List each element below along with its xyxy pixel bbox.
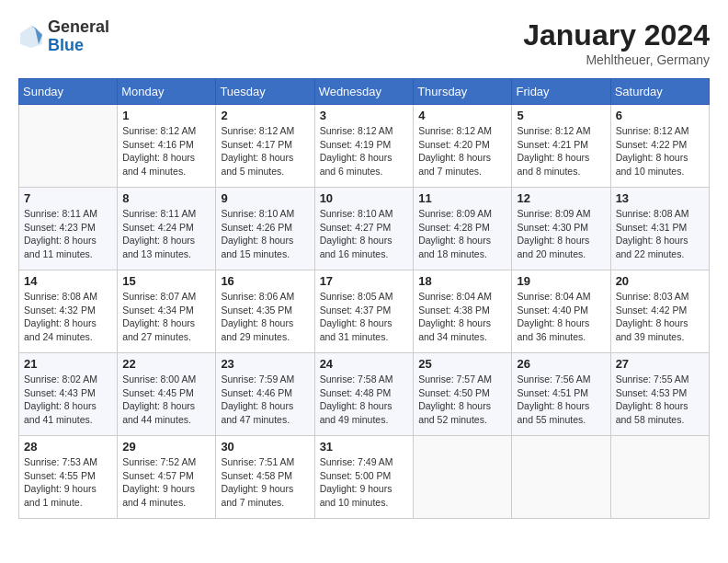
day-info: Sunrise: 8:04 AMSunset: 4:38 PMDaylight:… (418, 290, 506, 344)
calendar-day-cell: 28Sunrise: 7:53 AMSunset: 4:55 PMDayligh… (19, 436, 118, 519)
logo: General Blue (18, 18, 109, 55)
calendar-day-cell: 21Sunrise: 8:02 AMSunset: 4:43 PMDayligh… (19, 353, 118, 436)
day-info: Sunrise: 7:52 AMSunset: 4:57 PMDaylight:… (122, 455, 210, 510)
calendar-day-cell (512, 436, 610, 519)
calendar-day-cell: 13Sunrise: 8:08 AMSunset: 4:31 PMDayligh… (610, 188, 709, 270)
day-info: Sunrise: 8:00 AMSunset: 4:45 PMDaylight:… (122, 373, 210, 427)
calendar-day-cell: 3Sunrise: 8:12 AMSunset: 4:19 PMDaylight… (314, 105, 414, 188)
calendar-day-cell: 17Sunrise: 8:05 AMSunset: 4:37 PMDayligh… (314, 270, 414, 353)
calendar-day-cell: 19Sunrise: 8:04 AMSunset: 4:40 PMDayligh… (512, 270, 610, 353)
calendar-day-cell: 30Sunrise: 7:51 AMSunset: 4:58 PMDayligh… (216, 436, 314, 519)
title-block: January 2024 Mehltheuer, Germany (523, 18, 710, 67)
calendar-week-row: 14Sunrise: 8:08 AMSunset: 4:32 PMDayligh… (19, 270, 710, 353)
logo-blue: Blue (48, 37, 109, 55)
calendar-body: 1Sunrise: 8:12 AMSunset: 4:16 PMDaylight… (19, 105, 710, 519)
day-header-saturday: Saturday (610, 79, 709, 105)
day-number: 7 (24, 191, 112, 205)
day-info: Sunrise: 8:10 AMSunset: 4:27 PMDaylight:… (320, 207, 409, 261)
logo-general: General (48, 18, 109, 37)
calendar-day-cell: 18Sunrise: 8:04 AMSunset: 4:38 PMDayligh… (414, 270, 512, 353)
calendar-day-cell: 11Sunrise: 8:09 AMSunset: 4:28 PMDayligh… (414, 188, 512, 270)
page-header: General Blue January 2024 Mehltheuer, Ge… (18, 18, 710, 67)
calendar-day-cell: 8Sunrise: 8:11 AMSunset: 4:24 PMDaylight… (118, 188, 216, 270)
day-info: Sunrise: 8:10 AMSunset: 4:26 PMDaylight:… (221, 207, 309, 261)
calendar-day-cell: 24Sunrise: 7:58 AMSunset: 4:48 PMDayligh… (314, 353, 414, 436)
day-number: 29 (122, 440, 210, 454)
day-number: 25 (418, 357, 506, 371)
day-info: Sunrise: 8:12 AMSunset: 4:21 PMDaylight:… (517, 124, 605, 178)
day-info: Sunrise: 7:49 AMSunset: 5:00 PMDaylight:… (320, 455, 409, 510)
calendar-day-cell: 27Sunrise: 7:55 AMSunset: 4:53 PMDayligh… (610, 353, 709, 436)
day-number: 20 (616, 274, 704, 288)
day-info: Sunrise: 8:05 AMSunset: 4:37 PMDaylight:… (320, 290, 409, 344)
day-number: 17 (320, 274, 409, 288)
day-info: Sunrise: 8:04 AMSunset: 4:40 PMDaylight:… (517, 290, 605, 344)
day-number: 28 (24, 440, 112, 454)
day-number: 14 (24, 274, 112, 288)
day-info: Sunrise: 7:56 AMSunset: 4:51 PMDaylight:… (517, 373, 605, 427)
day-header-friday: Friday (512, 79, 610, 105)
day-number: 3 (320, 109, 409, 122)
day-header-sunday: Sunday (19, 79, 118, 105)
day-header-thursday: Thursday (414, 79, 512, 105)
calendar-day-cell: 14Sunrise: 8:08 AMSunset: 4:32 PMDayligh… (19, 270, 118, 353)
day-number: 26 (517, 357, 605, 371)
day-info: Sunrise: 7:51 AMSunset: 4:58 PMDaylight:… (221, 455, 309, 510)
day-info: Sunrise: 7:57 AMSunset: 4:50 PMDaylight:… (418, 373, 506, 427)
day-info: Sunrise: 8:06 AMSunset: 4:35 PMDaylight:… (221, 290, 309, 344)
day-info: Sunrise: 8:03 AMSunset: 4:42 PMDaylight:… (616, 290, 704, 344)
calendar-day-cell: 9Sunrise: 8:10 AMSunset: 4:26 PMDaylight… (216, 188, 314, 270)
calendar-day-cell: 29Sunrise: 7:52 AMSunset: 4:57 PMDayligh… (118, 436, 216, 519)
day-number: 2 (221, 109, 309, 122)
location-subtitle: Mehltheuer, Germany (523, 52, 710, 67)
day-info: Sunrise: 7:58 AMSunset: 4:48 PMDaylight:… (320, 373, 409, 427)
day-number: 11 (418, 191, 506, 205)
day-number: 13 (616, 191, 704, 205)
day-number: 23 (221, 357, 309, 371)
day-info: Sunrise: 7:55 AMSunset: 4:53 PMDaylight:… (616, 373, 704, 427)
day-number: 27 (616, 357, 704, 371)
calendar-day-cell: 6Sunrise: 8:12 AMSunset: 4:22 PMDaylight… (610, 105, 709, 188)
days-of-week-row: SundayMondayTuesdayWednesdayThursdayFrid… (19, 79, 710, 105)
calendar-day-cell: 10Sunrise: 8:10 AMSunset: 4:27 PMDayligh… (314, 188, 414, 270)
calendar-day-cell: 2Sunrise: 8:12 AMSunset: 4:17 PMDaylight… (216, 105, 314, 188)
day-number: 21 (24, 357, 112, 371)
calendar-day-cell (610, 436, 709, 519)
day-number: 9 (221, 191, 309, 205)
day-info: Sunrise: 8:12 AMSunset: 4:19 PMDaylight:… (320, 124, 409, 178)
calendar-day-cell: 23Sunrise: 7:59 AMSunset: 4:46 PMDayligh… (216, 353, 314, 436)
day-number: 1 (122, 109, 210, 122)
calendar-day-cell: 15Sunrise: 8:07 AMSunset: 4:34 PMDayligh… (118, 270, 216, 353)
day-info: Sunrise: 7:53 AMSunset: 4:55 PMDaylight:… (24, 455, 112, 510)
month-year-title: January 2024 (523, 18, 710, 52)
day-info: Sunrise: 8:09 AMSunset: 4:30 PMDaylight:… (517, 207, 605, 261)
calendar-day-cell: 4Sunrise: 8:12 AMSunset: 4:20 PMDaylight… (414, 105, 512, 188)
calendar-day-cell: 25Sunrise: 7:57 AMSunset: 4:50 PMDayligh… (414, 353, 512, 436)
day-info: Sunrise: 8:08 AMSunset: 4:31 PMDaylight:… (616, 207, 704, 261)
calendar-day-cell: 20Sunrise: 8:03 AMSunset: 4:42 PMDayligh… (610, 270, 709, 353)
day-info: Sunrise: 8:12 AMSunset: 4:17 PMDaylight:… (221, 124, 309, 178)
day-info: Sunrise: 8:12 AMSunset: 4:16 PMDaylight:… (122, 124, 210, 178)
day-info: Sunrise: 8:12 AMSunset: 4:20 PMDaylight:… (418, 124, 506, 178)
day-info: Sunrise: 8:09 AMSunset: 4:28 PMDaylight:… (418, 207, 506, 261)
day-info: Sunrise: 8:08 AMSunset: 4:32 PMDaylight:… (24, 290, 112, 344)
calendar-week-row: 28Sunrise: 7:53 AMSunset: 4:55 PMDayligh… (19, 436, 710, 519)
calendar-week-row: 21Sunrise: 8:02 AMSunset: 4:43 PMDayligh… (19, 353, 710, 436)
calendar-day-cell: 12Sunrise: 8:09 AMSunset: 4:30 PMDayligh… (512, 188, 610, 270)
day-info: Sunrise: 8:11 AMSunset: 4:23 PMDaylight:… (24, 207, 112, 261)
calendar-day-cell: 26Sunrise: 7:56 AMSunset: 4:51 PMDayligh… (512, 353, 610, 436)
day-number: 24 (320, 357, 409, 371)
calendar-day-cell (414, 436, 512, 519)
calendar-day-cell: 1Sunrise: 8:12 AMSunset: 4:16 PMDaylight… (118, 105, 216, 188)
day-number: 6 (616, 109, 704, 122)
calendar-table: SundayMondayTuesdayWednesdayThursdayFrid… (18, 78, 710, 519)
calendar-day-cell: 7Sunrise: 8:11 AMSunset: 4:23 PMDaylight… (19, 188, 118, 270)
calendar-week-row: 7Sunrise: 8:11 AMSunset: 4:23 PMDaylight… (19, 188, 710, 270)
day-number: 12 (517, 191, 605, 205)
day-number: 8 (122, 191, 210, 205)
calendar-day-cell (19, 105, 118, 188)
day-number: 31 (320, 440, 409, 454)
day-info: Sunrise: 7:59 AMSunset: 4:46 PMDaylight:… (221, 373, 309, 427)
calendar-week-row: 1Sunrise: 8:12 AMSunset: 4:16 PMDaylight… (19, 105, 710, 188)
day-info: Sunrise: 8:12 AMSunset: 4:22 PMDaylight:… (616, 124, 704, 178)
